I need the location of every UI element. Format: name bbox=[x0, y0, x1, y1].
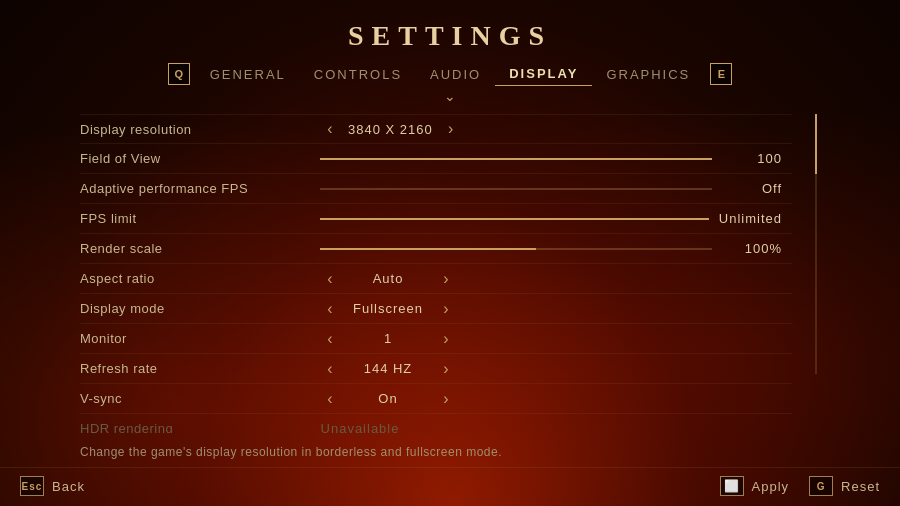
apply-button[interactable]: ⬜ Apply bbox=[720, 476, 790, 496]
scrollbar-track bbox=[815, 114, 817, 374]
arrow-left-display-mode[interactable]: ‹ bbox=[320, 300, 340, 318]
setting-label-fov: Field of View bbox=[80, 151, 320, 166]
setting-label-adaptive-fps: Adaptive performance FPS bbox=[80, 181, 320, 196]
nav-tabs: Q GENERAL CONTROLS AUDIO DISPLAY GRAPHIC… bbox=[0, 56, 900, 86]
slider-value-adaptive-fps: Off bbox=[722, 181, 782, 196]
setting-control-vsync: ‹ On › bbox=[320, 390, 792, 408]
header: SETTINGS bbox=[0, 0, 900, 56]
setting-description: Change the game's display resolution in … bbox=[80, 433, 792, 467]
arrow-right-aspect-ratio[interactable]: › bbox=[436, 270, 456, 288]
setting-label-render-scale: Render scale bbox=[80, 241, 320, 256]
chevron-down-icon: ⌄ bbox=[444, 88, 456, 104]
setting-value-display-mode: Fullscreen bbox=[348, 301, 428, 316]
tab-general[interactable]: GENERAL bbox=[196, 63, 300, 86]
setting-row-adaptive-fps: Adaptive performance FPS Off bbox=[80, 174, 792, 204]
nav-left-key[interactable]: Q bbox=[168, 63, 190, 85]
scrollbar[interactable] bbox=[812, 104, 820, 404]
setting-row-render-scale: Render scale 100% bbox=[80, 234, 792, 264]
slider-fill-fov bbox=[320, 158, 712, 160]
setting-control-hdr: Unavailable bbox=[320, 421, 792, 433]
setting-value-refresh-rate: 144 HZ bbox=[348, 361, 428, 376]
arrow-right-monitor[interactable]: › bbox=[436, 330, 456, 348]
tab-display[interactable]: DISPLAY bbox=[495, 62, 592, 86]
setting-row-display-resolution: Display resolution ‹ 3840 X 2160 › bbox=[80, 114, 792, 144]
setting-control-aspect-ratio: ‹ Auto › bbox=[320, 270, 792, 288]
setting-row-hdr: HDR rendering Unavailable bbox=[80, 414, 792, 433]
arrow-right-display-mode[interactable]: › bbox=[436, 300, 456, 318]
setting-value-monitor: 1 bbox=[348, 331, 428, 346]
setting-label-fps-limit: FPS limit bbox=[80, 211, 320, 226]
reset-key-badge: G bbox=[809, 476, 833, 496]
slider-track-render-scale[interactable] bbox=[320, 248, 712, 250]
setting-value-hdr: Unavailable bbox=[320, 421, 400, 433]
setting-control-refresh-rate: ‹ 144 HZ › bbox=[320, 360, 792, 378]
setting-label-display-resolution: Display resolution bbox=[80, 122, 320, 137]
slider-track-adaptive-fps[interactable] bbox=[320, 188, 712, 190]
setting-row-vsync: V-sync ‹ On › bbox=[80, 384, 792, 414]
setting-control-monitor: ‹ 1 › bbox=[320, 330, 792, 348]
slider-fill-fps-limit bbox=[320, 218, 709, 220]
setting-value-display-resolution: 3840 X 2160 bbox=[348, 122, 433, 137]
slider-value-render-scale: 100% bbox=[722, 241, 782, 256]
setting-label-vsync: V-sync bbox=[80, 391, 320, 406]
setting-label-refresh-rate: Refresh rate bbox=[80, 361, 320, 376]
setting-row-fps-limit: FPS limit Unlimited bbox=[80, 204, 792, 234]
reset-label: Reset bbox=[841, 479, 880, 494]
slider-container-fps-limit: Unlimited bbox=[320, 211, 792, 226]
slider-container-adaptive-fps: Off bbox=[320, 181, 792, 196]
setting-label-hdr: HDR rendering bbox=[80, 421, 320, 433]
settings-panel: Display resolution ‹ 3840 X 2160 › Field… bbox=[80, 104, 812, 467]
back-button[interactable]: Esc Back bbox=[20, 476, 85, 496]
footer-right: ⬜ Apply G Reset bbox=[720, 476, 881, 496]
setting-label-aspect-ratio: Aspect ratio bbox=[80, 271, 320, 286]
back-label: Back bbox=[52, 479, 85, 494]
setting-row-monitor: Monitor ‹ 1 › bbox=[80, 324, 792, 354]
main-area: Display resolution ‹ 3840 X 2160 › Field… bbox=[0, 104, 900, 467]
slider-fill-render-scale bbox=[320, 248, 536, 250]
scrollbar-thumb bbox=[815, 114, 817, 174]
slider-track-fov[interactable] bbox=[320, 158, 712, 160]
arrow-left-vsync[interactable]: ‹ bbox=[320, 390, 340, 408]
nav-right-key[interactable]: E bbox=[710, 63, 732, 85]
setting-row-fov: Field of View 100 bbox=[80, 144, 792, 174]
slider-value-fov: 100 bbox=[722, 151, 782, 166]
setting-label-display-mode: Display mode bbox=[80, 301, 320, 316]
setting-control-display-mode: ‹ Fullscreen › bbox=[320, 300, 792, 318]
arrow-right-refresh-rate[interactable]: › bbox=[436, 360, 456, 378]
slider-track-fps-limit[interactable] bbox=[320, 218, 709, 220]
arrow-right-display-resolution[interactable]: › bbox=[441, 120, 461, 138]
page-title: SETTINGS bbox=[0, 20, 900, 52]
setting-row-refresh-rate: Refresh rate ‹ 144 HZ › bbox=[80, 354, 792, 384]
footer: Esc Back ⬜ Apply G Reset bbox=[0, 467, 900, 506]
arrow-left-display-resolution[interactable]: ‹ bbox=[320, 120, 340, 138]
reset-button[interactable]: G Reset bbox=[809, 476, 880, 496]
setting-label-monitor: Monitor bbox=[80, 331, 320, 346]
slider-container-render-scale: 100% bbox=[320, 241, 792, 256]
apply-label: Apply bbox=[752, 479, 790, 494]
nav-underline: ⌄ bbox=[0, 88, 900, 104]
settings-list: Display resolution ‹ 3840 X 2160 › Field… bbox=[80, 104, 792, 433]
arrow-left-refresh-rate[interactable]: ‹ bbox=[320, 360, 340, 378]
slider-container-fov: 100 bbox=[320, 151, 792, 166]
setting-row-aspect-ratio: Aspect ratio ‹ Auto › bbox=[80, 264, 792, 294]
arrow-right-vsync[interactable]: › bbox=[436, 390, 456, 408]
apply-key-badge: ⬜ bbox=[720, 476, 744, 496]
setting-value-vsync: On bbox=[348, 391, 428, 406]
tab-controls[interactable]: CONTROLS bbox=[300, 63, 416, 86]
setting-control-display-resolution: ‹ 3840 X 2160 › bbox=[320, 120, 792, 138]
setting-row-display-mode: Display mode ‹ Fullscreen › bbox=[80, 294, 792, 324]
tab-audio[interactable]: AUDIO bbox=[416, 63, 495, 86]
slider-value-fps-limit: Unlimited bbox=[719, 211, 782, 226]
tab-graphics[interactable]: GRAPHICS bbox=[592, 63, 704, 86]
back-key-badge: Esc bbox=[20, 476, 44, 496]
arrow-left-monitor[interactable]: ‹ bbox=[320, 330, 340, 348]
setting-value-aspect-ratio: Auto bbox=[348, 271, 428, 286]
arrow-left-aspect-ratio[interactable]: ‹ bbox=[320, 270, 340, 288]
